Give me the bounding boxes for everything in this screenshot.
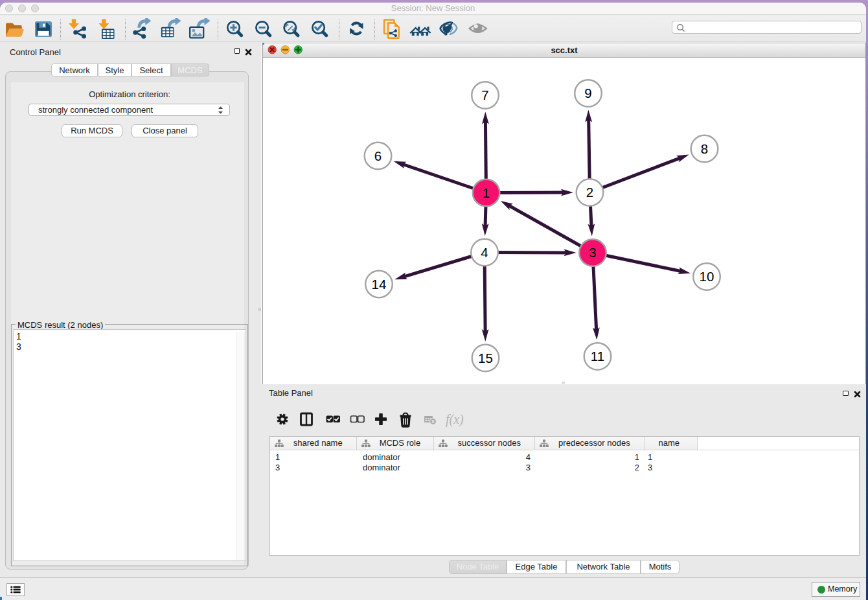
svg-text:6: 6 — [374, 148, 382, 163]
svg-text:4: 4 — [481, 245, 488, 260]
svg-text:1: 1 — [483, 185, 490, 200]
svg-text:8: 8 — [701, 141, 708, 156]
svg-text:7: 7 — [481, 87, 488, 102]
svg-text:14: 14 — [372, 277, 387, 292]
svg-text:11: 11 — [591, 349, 604, 363]
svg-text:10: 10 — [700, 269, 714, 284]
svg-text:3: 3 — [589, 245, 596, 260]
svg-text:f(x): f(x) — [446, 412, 464, 427]
svg-text:2: 2 — [586, 185, 593, 200]
svg-text:15: 15 — [478, 351, 493, 365]
svg-text:9: 9 — [584, 86, 591, 100]
